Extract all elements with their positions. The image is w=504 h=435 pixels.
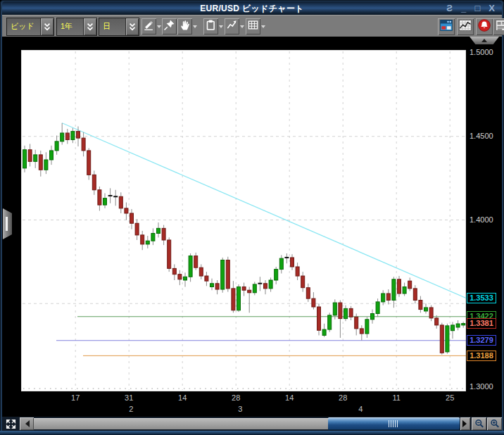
price-type-dropdown[interactable]: ビッド — [6, 18, 54, 36]
tool-dropdown-arrow[interactable] — [239, 18, 245, 34]
candlestick-chart[interactable] — [21, 50, 466, 391]
date-axis-label: 28 — [333, 393, 353, 402]
interval-dropdown[interactable]: 日 — [99, 18, 139, 36]
clipboard-icon — [205, 19, 217, 34]
chart-window-icon — [458, 18, 472, 35]
grid-icon — [247, 19, 259, 34]
maximize-button[interactable]: □ — [473, 3, 482, 13]
tool-dropdown-arrow[interactable] — [218, 18, 224, 34]
month-axis-label: 3 — [233, 405, 247, 413]
grid-tool-button[interactable] — [246, 18, 260, 34]
price-axis-label: 1.5000 — [470, 48, 493, 56]
pushpin-icon — [163, 19, 175, 34]
date-axis-label: 17 — [65, 393, 85, 402]
scrollbar-thumb[interactable] — [328, 417, 460, 430]
scrollbar-track[interactable] — [34, 418, 330, 429]
date-axis-label: 11 — [386, 393, 406, 402]
side-panel-tab[interactable] — [3, 208, 12, 239]
period-value: 1年 — [57, 18, 83, 35]
period-dropdown[interactable]: 1年 — [56, 18, 97, 36]
chevron-down-icon[interactable] — [125, 18, 139, 35]
fit-chart-button[interactable] — [3, 417, 18, 430]
chevron-down-icon[interactable] — [83, 18, 96, 35]
polyline-icon — [226, 19, 238, 34]
order-panel-icon — [439, 18, 453, 35]
date-axis-label: 14 — [172, 393, 192, 402]
toolbar: ビッド 1年 日 — [2, 15, 502, 38]
cursor-hand-tool-button[interactable] — [177, 18, 192, 34]
window-bottom-border — [0, 431, 504, 435]
date-axis-label: 31 — [119, 393, 139, 402]
line-draw-icon — [143, 19, 155, 34]
zoom-in-button[interactable] — [487, 417, 502, 430]
tool-dropdown-arrow[interactable] — [260, 18, 266, 34]
bid-price-tag: 1.3381 — [467, 318, 496, 329]
order-panel-button[interactable] — [438, 18, 455, 35]
close-button[interactable]: X — [487, 3, 496, 13]
date-axis-label: 25 — [440, 393, 460, 402]
price-axis-label: 1.3000 — [470, 382, 493, 391]
zoom-out-button[interactable] — [472, 417, 486, 430]
chevron-down-icon[interactable] — [40, 18, 53, 35]
scroll-right-button[interactable] — [460, 417, 470, 430]
price-type-value: ビッド — [7, 18, 40, 35]
polyline-tool-button[interactable] — [225, 18, 239, 34]
date-axis-label: 14 — [279, 393, 299, 402]
app-window: EUR/USD ビッドチャート Ƨ_□X ビッド 1年 日 EUR/USD 05… — [0, 0, 504, 435]
clipboard-tool-button[interactable] — [203, 18, 218, 34]
line-draw-tool-button[interactable] — [141, 18, 156, 34]
alert-bell-icon — [477, 18, 491, 35]
news-icon — [494, 18, 504, 35]
month-axis-label: 4 — [353, 405, 367, 413]
hline-blue-price-tag[interactable]: 1.3279 — [467, 335, 496, 346]
session-button[interactable]: Ƨ — [445, 3, 454, 13]
price-axis-label: 1.4000 — [470, 215, 493, 224]
scroll-left-button[interactable] — [20, 417, 34, 430]
interval-value: 日 — [99, 18, 125, 35]
price-axis-label: 1.4500 — [470, 132, 493, 140]
window-title: EUR/USD ビッドチャート — [2, 3, 502, 15]
minimize-button[interactable]: _ — [459, 3, 468, 13]
trendline-price-tag[interactable]: 1.3533 — [467, 293, 496, 303]
pushpin-tool-button[interactable] — [162, 18, 177, 34]
alert-bell-button[interactable] — [476, 18, 493, 35]
tool-dropdown-arrow[interactable] — [192, 18, 198, 34]
month-axis-label: 2 — [124, 405, 138, 413]
chart-window-button[interactable] — [457, 18, 474, 35]
cursor-hand-icon — [179, 19, 191, 34]
chart-scrollbar — [2, 417, 502, 431]
news-button[interactable] — [493, 18, 504, 35]
tool-dropdown-arrow[interactable] — [156, 18, 162, 34]
titlebar[interactable]: EUR/USD ビッドチャート Ƨ_□X — [2, 1, 502, 15]
hline-orange-price-tag[interactable]: 1.3188 — [467, 351, 496, 361]
date-axis-label: 28 — [226, 393, 246, 402]
